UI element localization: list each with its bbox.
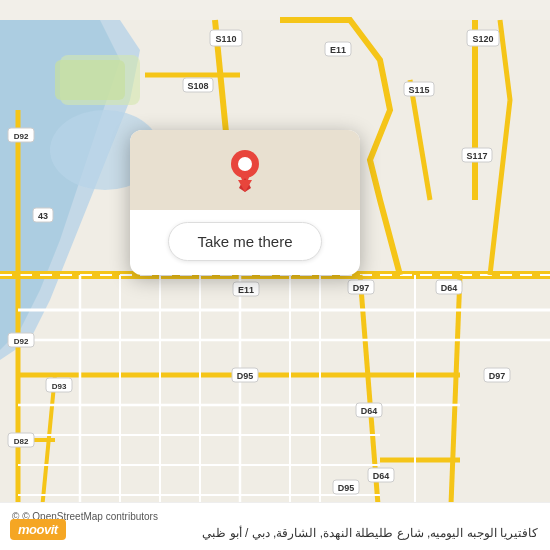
- popup-pin-area: [130, 130, 360, 210]
- svg-text:D92: D92: [14, 337, 29, 346]
- svg-text:D64: D64: [361, 406, 378, 416]
- popup-card: Take me there: [130, 130, 360, 275]
- svg-text:S120: S120: [472, 34, 493, 44]
- svg-text:D95: D95: [237, 371, 254, 381]
- svg-text:D97: D97: [489, 371, 506, 381]
- svg-text:S115: S115: [408, 85, 429, 95]
- moovit-logo-text: moovit: [10, 519, 66, 540]
- svg-text:D95: D95: [338, 483, 355, 493]
- svg-text:E11: E11: [330, 45, 346, 55]
- svg-text:D64: D64: [441, 283, 458, 293]
- svg-rect-3: [55, 60, 125, 100]
- svg-text:D97: D97: [353, 283, 370, 293]
- svg-point-70: [238, 157, 252, 171]
- take-me-there-button[interactable]: Take me there: [168, 222, 321, 261]
- svg-text:S108: S108: [187, 81, 208, 91]
- location-text: كافتيريا الوجبه اليوميه, شارع طليطلة الن…: [12, 526, 538, 540]
- svg-text:D82: D82: [14, 437, 29, 446]
- map-container: S110 E11 S120 S108 S115 D92 43 E11 D97 D…: [0, 0, 550, 550]
- svg-text:D64: D64: [373, 471, 390, 481]
- svg-text:S110: S110: [215, 34, 236, 44]
- bottom-bar: © © OpenStreetMap contributors كافتيريا …: [0, 502, 550, 550]
- moovit-logo: moovit: [10, 519, 66, 540]
- attribution: © © OpenStreetMap contributors: [12, 511, 538, 522]
- svg-text:D92: D92: [14, 132, 29, 141]
- svg-text:S117: S117: [466, 151, 487, 161]
- svg-text:D93: D93: [52, 382, 67, 391]
- location-pin-icon: [227, 148, 263, 192]
- svg-text:43: 43: [38, 211, 48, 221]
- svg-text:E11: E11: [238, 285, 254, 295]
